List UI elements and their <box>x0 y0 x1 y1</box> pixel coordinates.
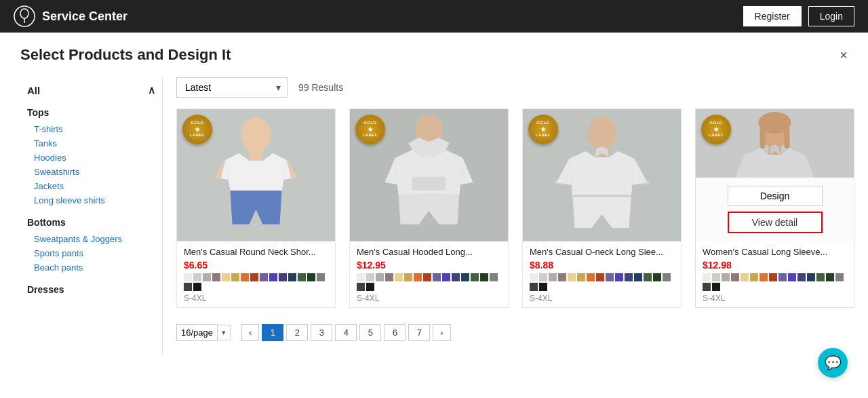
color-swatch <box>750 273 758 281</box>
product-card: GOLD ★ LABEL Men's Casual O-neck Long Sl… <box>522 108 682 308</box>
svg-point-11 <box>588 117 616 149</box>
products-toolbar: Latest Price: Low to High Price: High to… <box>176 77 854 98</box>
hugepod-logo-icon <box>14 5 35 27</box>
color-swatches <box>530 273 674 291</box>
sidebar-item-sweatpants[interactable]: Sweatpants & Joggers <box>27 232 155 246</box>
gold-label-top: GOLD <box>536 121 549 125</box>
pagination-page-6[interactable]: 6 <box>384 324 406 341</box>
color-swatch <box>260 273 268 281</box>
product-info: Men's Casual O-neck Long Slee... $8.88 <box>523 241 681 307</box>
svg-rect-19 <box>760 128 766 148</box>
color-swatch <box>558 273 566 281</box>
close-button[interactable]: × <box>840 47 848 63</box>
color-swatch <box>731 273 739 281</box>
color-swatch <box>385 273 393 281</box>
color-swatch <box>568 273 576 281</box>
color-swatch <box>461 273 469 281</box>
product-image-wrapper: GOLD ★ LABEL Design View detail <box>696 109 854 241</box>
color-swatch <box>279 273 287 281</box>
product-price: $12.95 <box>357 260 501 271</box>
color-swatch <box>193 273 201 281</box>
pagination-next-button[interactable]: › <box>433 324 450 341</box>
header-logo: Service Center <box>14 5 127 27</box>
color-swatch <box>288 273 296 281</box>
page-title: Select Products and Design It <box>20 46 231 64</box>
size-range: S-4XL <box>530 294 674 303</box>
color-swatch <box>376 273 384 281</box>
app-title: Service Center <box>42 9 127 24</box>
color-swatch <box>212 273 220 281</box>
sidebar-item-tanks[interactable]: Tanks <box>27 136 155 151</box>
color-swatch <box>722 273 730 281</box>
products-area: Latest Price: Low to High Price: High to… <box>163 77 868 355</box>
sidebar-item-sweatshirts[interactable]: Sweatshirts <box>27 165 155 179</box>
color-swatch <box>663 273 671 281</box>
color-swatch <box>241 273 249 281</box>
login-button[interactable]: Login <box>808 6 854 26</box>
page-size-arrow-icon: ▾ <box>218 325 231 340</box>
size-range: S-4XL <box>184 294 328 303</box>
color-swatch <box>366 273 374 281</box>
product-info: Men's Casual Hooded Long... $12.95 <box>350 241 508 307</box>
pagination-page-4[interactable]: 4 <box>335 324 357 341</box>
sidebar-item-sports-pants[interactable]: Sports pants <box>27 246 155 260</box>
sidebar-all-toggle[interactable]: All ∧ <box>27 84 155 96</box>
sort-select[interactable]: Latest Price: Low to High Price: High to… <box>176 77 288 98</box>
color-swatches <box>357 273 501 291</box>
color-swatch <box>760 273 768 281</box>
product-image-wrapper: GOLD ★ LABEL <box>350 109 508 241</box>
main-container: Select Products and Design It × All ∧ To… <box>0 33 868 398</box>
product-card: GOLD ★ LABEL Design View detail Women's <box>695 108 854 308</box>
product-price: $8.88 <box>530 260 674 271</box>
color-swatch <box>615 273 623 281</box>
product-card: GOLD ★ LABEL Men's Casual Hooded Long...… <box>349 108 509 308</box>
page-size-select[interactable]: 16/page 32/page 48/page <box>176 324 218 341</box>
svg-point-4 <box>241 117 271 153</box>
color-swatch <box>577 273 585 281</box>
pagination-prev-button[interactable]: ‹ <box>241 324 259 341</box>
sidebar: All ∧ Tops T-shirts Tanks Hoodies Sweats… <box>14 77 163 355</box>
pagination-page-2[interactable]: 2 <box>286 324 308 341</box>
pagination-page-5[interactable]: 5 <box>359 324 381 341</box>
color-swatches <box>184 273 328 291</box>
pagination-page-1[interactable]: 1 <box>262 324 283 341</box>
color-swatch <box>741 273 749 281</box>
color-swatch <box>549 273 557 281</box>
gold-label-main: ★ <box>195 126 200 134</box>
content-area: All ∧ Tops T-shirts Tanks Hoodies Sweats… <box>0 71 868 361</box>
color-swatch <box>587 273 595 281</box>
register-button[interactable]: Register <box>743 6 802 26</box>
product-price: $6.65 <box>184 260 328 271</box>
view-detail-button[interactable]: View detail <box>728 212 823 233</box>
color-swatch <box>539 273 547 281</box>
pagination-page-7[interactable]: 7 <box>408 324 430 341</box>
page-header: Select Products and Design It × <box>0 33 868 71</box>
sidebar-item-beach-pants[interactable]: Beach pants <box>27 260 155 275</box>
color-swatch <box>539 283 547 291</box>
chat-button[interactable]: 💬 <box>818 348 848 378</box>
gold-label: GOLD ★ LABEL <box>182 115 212 144</box>
gold-label: GOLD ★ LABEL <box>701 115 731 144</box>
color-swatch <box>606 273 614 281</box>
color-swatch <box>816 273 825 281</box>
sidebar-item-long-sleeve[interactable]: Long sleeve shirts <box>27 193 155 207</box>
color-swatch <box>298 273 306 281</box>
product-name: Women's Casual Long Sleeve... <box>703 247 847 257</box>
gold-label: GOLD ★ LABEL <box>528 115 558 144</box>
color-swatch <box>414 273 422 281</box>
app-header: Service Center Register Login <box>0 0 868 33</box>
product-card-overlay: Design View detail <box>696 178 854 241</box>
color-swatch <box>357 273 365 281</box>
chat-icon: 💬 <box>825 355 842 371</box>
color-swatch <box>307 273 315 281</box>
pagination-page-3[interactable]: 3 <box>311 324 332 341</box>
sidebar-item-jackets[interactable]: Jackets <box>27 179 155 193</box>
color-swatch <box>625 273 633 281</box>
color-swatch <box>423 273 431 281</box>
color-swatch <box>530 283 538 291</box>
design-button[interactable]: Design <box>728 186 823 206</box>
sidebar-item-hoodies[interactable]: Hoodies <box>27 151 155 165</box>
color-swatches <box>703 273 847 291</box>
sidebar-item-tshirts[interactable]: T-shirts <box>27 122 155 136</box>
color-swatch <box>634 273 642 281</box>
